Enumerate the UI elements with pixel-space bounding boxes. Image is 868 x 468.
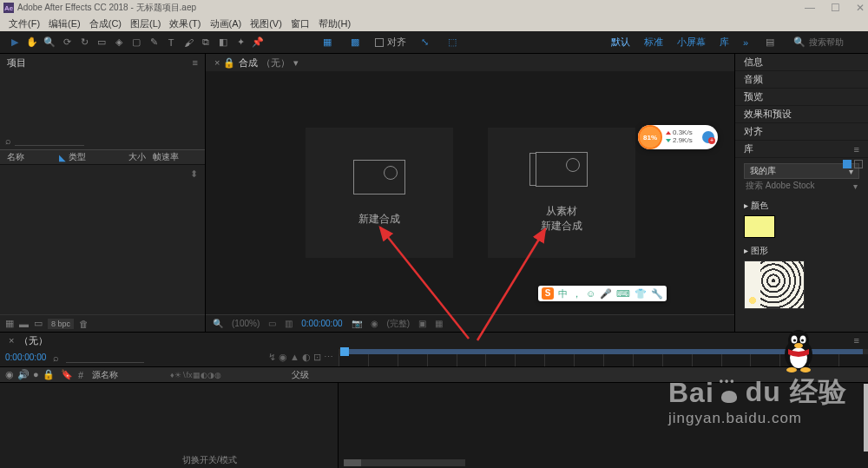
panel-menu-icon[interactable]: ≡ [854,335,859,346]
snap-icon[interactable]: ⤡ [417,35,432,50]
label-col-icon[interactable]: 🔖 [61,369,78,380]
channel-icon[interactable]: ◉ [371,319,378,328]
timeline-search-input[interactable] [66,353,144,363]
panel-library[interactable]: 库 ≡ [735,141,868,158]
roi-icon[interactable]: ▣ [418,319,426,328]
search-help-input[interactable] [809,37,861,47]
snap-edge-icon[interactable]: ⬚ [444,35,460,50]
lock-col-icon[interactable]: 🔒 [43,369,55,380]
panel-effects-presets[interactable]: 效果和预设 [735,106,868,123]
accelerate-ball-icon[interactable] [702,131,714,143]
comp-tab-lock-icon[interactable]: 🔒 [223,57,235,69]
ime-emoji-icon[interactable]: ☺ [586,288,595,299]
panel-menu-icon[interactable]: ≡ [193,57,198,68]
col-size[interactable]: 大小 [111,151,146,163]
zoom-tool-icon[interactable]: 🔍 [42,35,57,50]
minimize-button[interactable]: — [805,2,815,14]
new-composition-button[interactable]: 新建合成 [306,128,453,258]
col-name[interactable]: 名称 [7,151,59,163]
system-speed-widget[interactable]: 81% 0.3K/s 2.9K/s [638,125,718,149]
text-tool-icon[interactable]: T [163,35,179,50]
hand-tool-icon[interactable]: ✋ [24,35,40,50]
workspace-default[interactable]: 默认 [611,36,630,49]
graphics-section-header[interactable]: ▸ 图形 [744,245,859,257]
col-type[interactable]: ◣类型 [59,151,111,163]
shape-mode-icon[interactable]: ▩ [347,35,363,50]
close-button[interactable]: ✕ [856,2,865,14]
library-graphic-eagle[interactable] [744,260,805,309]
snapping-toggle[interactable]: 对齐 [375,36,406,49]
menu-effect[interactable]: 效果(T) [166,17,204,30]
solo-col-icon[interactable]: ● [33,369,39,380]
ime-skin-icon[interactable]: 👕 [635,288,647,300]
comp-tab-close-icon[interactable]: × [214,57,220,68]
shape-tool-icon[interactable]: ▢ [128,35,144,50]
workspace-reset-icon[interactable]: ▤ [762,35,778,50]
clone-tool-icon[interactable]: ⧉ [198,35,214,50]
puppet-tool-icon[interactable]: 📌 [250,35,266,50]
camera-tool-icon[interactable]: ▭ [94,35,109,50]
zoom-value[interactable]: (100%) [232,319,260,328]
menu-view[interactable]: 视图(V) [247,17,286,30]
timeline-tab-close-icon[interactable]: × [9,335,14,346]
ime-voice-icon[interactable]: 🎤 [600,288,612,300]
panel-audio[interactable]: 音频 [735,71,868,89]
menu-file[interactable]: 文件(F) [5,17,43,30]
qq-penguin-icon[interactable] [779,328,818,373]
parent-header[interactable]: 父级 [292,369,309,381]
tl-icon-1[interactable]: ↯ [268,352,276,363]
bit-depth[interactable]: 8 bpc [48,319,74,329]
project-items-area[interactable]: ⬍ [0,165,205,278]
timeline-zoom-slider[interactable] [344,459,465,466]
menu-animation[interactable]: 动画(A) [207,17,246,30]
tl-icon-5[interactable]: ⊡ [313,352,321,363]
panel-align[interactable]: 对齐 [735,123,868,141]
eye-col-icon[interactable]: ◉ [5,369,14,380]
ime-lang[interactable]: 中 [558,287,568,300]
ime-punct-icon[interactable]: ， [572,287,582,300]
grid-icon[interactable]: ▦ [435,319,443,328]
menu-composition[interactable]: 合成(C) [86,17,125,30]
audio-col-icon[interactable]: 🔊 [17,369,30,380]
sogou-icon[interactable]: S [542,287,554,300]
res-icon[interactable]: ▭ [268,319,276,328]
snapshot-icon[interactable]: 📷 [352,319,362,328]
maximize-button[interactable]: ☐ [831,2,840,14]
orbit-tool-icon[interactable]: ⟳ [59,35,75,50]
adobe-stock-search[interactable]: 搜索 Adobe Stock [744,179,859,193]
menu-help[interactable]: 帮助(H) [315,17,354,30]
toggle-switches-button[interactable]: 切换开关/模式 [182,454,237,466]
pan-behind-tool-icon[interactable]: ◈ [111,35,127,50]
res-half-icon[interactable]: ▥ [285,319,293,328]
project-search-input[interactable] [15,135,84,146]
selection-tool-icon[interactable]: ▶ [7,35,23,50]
grid-view-icon[interactable] [843,160,852,168]
workspace-library[interactable]: 库 [720,36,729,49]
trash-icon[interactable]: 🗑 [79,319,89,329]
col-fps[interactable]: 帧速率 [153,151,187,163]
menu-edit[interactable]: 编辑(E) [45,17,84,30]
workspace-standard[interactable]: 标准 [644,36,663,49]
flowchart-icon[interactable]: ⬍ [190,168,198,180]
playhead[interactable] [340,347,349,356]
colors-section-header[interactable]: ▸ 颜色 [744,200,859,212]
ime-toolbox-icon[interactable]: 🔧 [651,288,663,300]
timeline-tab[interactable]: （无） [19,334,48,347]
folder-icon[interactable]: ▬ [19,319,29,329]
ime-toolbar[interactable]: S 中 ， ☺ 🎤 ⌨ 👕 🔧 [538,286,667,301]
resolution-dropdown[interactable]: (完整) [387,318,411,330]
brush-tool-icon[interactable]: 🖌 [181,35,196,50]
timeline-timecode[interactable]: 0:00:00:00 [5,353,46,362]
tl-icon-4[interactable]: ◐ [302,352,311,363]
ime-keyboard-icon[interactable]: ⌨ [616,288,630,300]
workspace-more-icon[interactable]: » [743,37,748,48]
project-tab[interactable]: 项目 [7,56,26,69]
mask-mode-icon[interactable]: ▦ [319,35,335,50]
tl-icon-3[interactable]: ▲ [290,352,299,363]
pen-tool-icon[interactable]: ✎ [146,35,161,50]
footer-timecode[interactable]: 0:00:00:00 [301,319,342,328]
menu-window[interactable]: 窗口 [287,17,313,30]
timeline-layer-list[interactable]: 切换开关/模式 [0,383,339,468]
workspace-small-screen[interactable]: 小屏幕 [677,36,706,49]
menu-layer[interactable]: 图层(L) [127,17,164,30]
